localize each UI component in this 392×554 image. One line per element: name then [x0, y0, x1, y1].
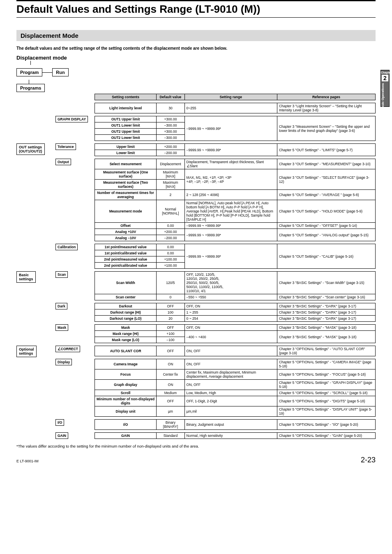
- cell-default: OFF: [157, 303, 184, 309]
- cell-range: −550 ~ +550: [184, 294, 277, 300]
- cell-range: MAX, M1, M2, +1P, +2P, +3P +4P, −1P, −2P…: [184, 169, 277, 190]
- settings-table: I/OBinary [BINARY]Binary, Judgment outpu…: [95, 419, 376, 430]
- cell-default: 2: [157, 190, 184, 200]
- table-row: Analog +10V+200.00−9999.99 ~ +9999.99*Ch…: [95, 229, 376, 235]
- cell-contents: Mask: [95, 325, 157, 331]
- footnote: *The values differ according to the sett…: [16, 444, 376, 448]
- cell-reference: Chapter 5 "OPTIONAL Settings" - "FOCUS" …: [277, 369, 375, 380]
- cell-contents: Mask range (HI): [95, 331, 157, 337]
- table-row: Minimum number of non-displayed digitsOF…: [95, 396, 376, 406]
- cell-contents: Minimum number of non-displayed digits: [95, 396, 157, 406]
- cell-contents: Select mesurement: [95, 159, 157, 169]
- cell-reference: Chapter 5 "OPTIONAL Settings" - "DIGITS"…: [277, 396, 375, 406]
- cell-reference: Chapter 3 "OUT Settings" - "SELECT SURFA…: [277, 169, 375, 190]
- cell-default: ON: [157, 359, 184, 369]
- cell-default: +200.00: [157, 144, 184, 150]
- cell-range: 0~255: [184, 103, 277, 113]
- settings-table: Scan Width120/5OFF, 120/2, 120/5, 120/10…: [95, 271, 376, 300]
- cell-default: +100.00: [157, 256, 184, 263]
- settings-table: MaskOFFOFF, ONChapter 3 "BASIC Settings"…: [95, 324, 376, 343]
- level2-node: Output: [55, 159, 71, 165]
- table-row: Scan center0−550 ~ +550Chapter 3 "BASIC …: [95, 294, 376, 300]
- cell-contents: OUT1 Lower limit: [95, 122, 157, 129]
- level2-node: Dark: [55, 303, 67, 309]
- section-title: Displacement Mode: [16, 30, 376, 41]
- cell-default: 30: [157, 103, 184, 113]
- cell-contents: 1st point/calibrated value: [95, 250, 157, 256]
- cell-default: +300.00: [157, 116, 184, 122]
- cell-reference: Chapter 5 "OPTIONAL Settings" - "GAIN" (…: [277, 433, 375, 439]
- level2-node: Display: [55, 359, 72, 365]
- cell-contents: Scan Width: [95, 272, 157, 294]
- cell-default: Medium: [157, 390, 184, 396]
- level1-node: Basic settings: [16, 271, 36, 283]
- cell-default: Displacement: [157, 159, 184, 169]
- cell-default: Binary [BINARY]: [157, 420, 184, 430]
- table-row: Measurement surface (One surface)Maximum…: [95, 169, 376, 180]
- chapter-tab: Chapter 2 Basic Operations: [380, 70, 390, 107]
- cell-reference: Chapter 5 "OPTIONAL Settings" - "I/O" (p…: [277, 420, 375, 430]
- group-row: Calibration1st point/measured value0.00−…: [16, 244, 376, 269]
- cell-reference: Chapter 3 "Light Intensity Screen" – "Se…: [277, 103, 375, 113]
- cell-contents: 2nd point/measured value: [95, 256, 157, 263]
- group-row: GRAPH DISPLAYOUT1 Upper limit+300.00−999…: [16, 116, 376, 141]
- group-row: Optional settings∠CORRECTAUTO SLANT CORO…: [16, 346, 376, 356]
- table-row: Measurement modeNormal [NORMAL]Normal [N…: [95, 200, 376, 223]
- cell-default: ON: [157, 380, 184, 390]
- cell-contents: Analog +10V: [95, 229, 157, 235]
- cell-contents: Focus: [95, 369, 157, 380]
- cell-default: Standard: [157, 433, 184, 439]
- cell-contents: I/O: [95, 420, 157, 430]
- cell-range: Normal, High sensitivity: [184, 433, 277, 439]
- cell-reference: Chapter 5 "OUT Settings" - "OFFSET" (pag…: [277, 223, 375, 229]
- level2-node: Scan: [55, 271, 68, 278]
- cell-range: −9999.99 ~ +9999.99*: [184, 116, 277, 141]
- cell-reference: Chapter 3 "OUT Settings" - "MEASUREMENT"…: [277, 159, 375, 169]
- cell-reference: Chapter 3 "BASIC Settings" - "Scan Width…: [277, 272, 375, 294]
- cell-reference: Chapter 5 "OUT Settings" - "HOLD MODE" (…: [277, 200, 375, 223]
- chapter-label: Chapter: [381, 70, 389, 74]
- settings-table: GAINStandardNormal, High sensitivityChap…: [95, 432, 376, 439]
- cell-contents: Number of measurement times for averagin…: [95, 190, 157, 200]
- cell-contents: Graph display: [95, 380, 157, 390]
- table-row: Upper limit+200.00−9999.99 ~ +9999.99*Ch…: [95, 144, 376, 150]
- cell-default: 0.00: [157, 223, 184, 229]
- cell-reference: Chapter 3 "BASIC Settings" - "DARK" (pag…: [277, 316, 375, 322]
- table-row: GAINStandardNormal, High sensitivityChap…: [95, 433, 376, 439]
- table-row: Scan Width120/5OFF, 120/2, 120/5, 120/10…: [95, 272, 376, 294]
- level2-node: Mask: [55, 324, 68, 331]
- level2-node: GRAPH DISPLAY: [55, 116, 88, 122]
- table-row: Select mesurementDisplacementDisplacemen…: [95, 159, 376, 169]
- cell-contents: 1st point/measured value: [95, 244, 157, 250]
- cell-range: −9999.99 ~ +9999.99*: [184, 223, 277, 229]
- cell-reference: Chapter 3 "BASIC Settings" - "MASK" (pag…: [277, 325, 375, 331]
- cell-contents: Darkout: [95, 303, 157, 309]
- table-row: Camera ImageONON, OFFChapter 5 "OPTIONAL…: [95, 359, 376, 369]
- run-node: Run: [52, 68, 68, 76]
- level1-node: Optional settings: [16, 346, 37, 357]
- cell-default: −200.00: [157, 150, 184, 156]
- cell-default: 0: [157, 294, 184, 300]
- group-row: Light intensity level300~255Chapter 3 "L…: [16, 103, 376, 113]
- cell-range: −9999.99 ~ +9999.99*: [184, 144, 277, 156]
- cell-contents: Analog −10V: [95, 235, 157, 241]
- cell-range: −9999.99 ~ +9999.99*: [184, 229, 277, 241]
- table-row: FocusCenter fixCenter fix, Maximum displ…: [95, 369, 376, 380]
- cell-range: Binary, Judgment output: [184, 420, 277, 430]
- cell-range: −400 ~ +400: [184, 331, 277, 343]
- cell-range: ON, OFF: [184, 380, 277, 390]
- cell-default: 120/5: [157, 272, 184, 294]
- level2-node: Calibration: [55, 244, 78, 250]
- cell-contents: Offset: [95, 223, 157, 229]
- cell-contents: OUT1 Upper limit: [95, 116, 157, 122]
- cell-contents: Mask range (LO): [95, 337, 157, 343]
- settings-table: 1st point/measured value0.00−9999.99 ~ +…: [95, 244, 376, 269]
- top-rule: [16, 0, 376, 1]
- header-range: Setting range: [184, 94, 277, 100]
- cell-reference: Chapter 5 "OUT Settings" - "CALIB" (page…: [277, 244, 375, 269]
- cell-contents: OUT2 Upper limit: [95, 129, 157, 135]
- group-row: GAINGAINStandardNormal, High sensitivity…: [16, 432, 376, 441]
- cell-default: Maximum [MAX]: [157, 169, 184, 180]
- level2-node: ∠CORRECT: [55, 346, 80, 352]
- program-node: Program: [16, 68, 42, 76]
